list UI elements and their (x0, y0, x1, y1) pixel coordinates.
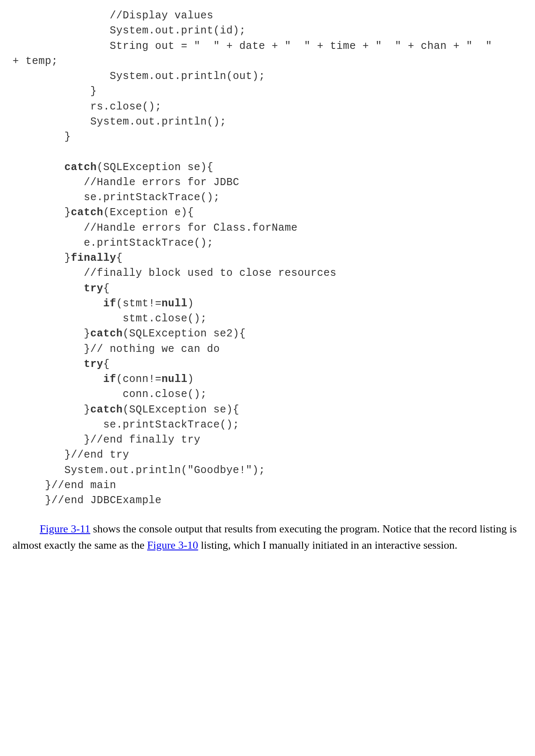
code-line: rs.close(); (13, 101, 162, 113)
code-line: System.out.print(id); (13, 25, 246, 37)
code-line: }//end main (13, 479, 116, 491)
code-line: System.out.println(out); (13, 70, 265, 82)
code-line: se.printStackTrace(); (13, 191, 220, 204)
code-line: }//end JDBCExample (13, 494, 162, 507)
code-line: catch(SQLException se){ (13, 161, 214, 173)
code-line: }//end try (13, 449, 129, 461)
code-listing: //Display values System.out.print(id); S… (13, 8, 522, 508)
keyword-null: null (162, 298, 188, 310)
code-line: }catch(SQLException se2){ (13, 328, 246, 340)
figure-link-3-10[interactable]: Figure 3-10 (147, 539, 198, 551)
figure-link-3-11[interactable]: Figure 3-11 (40, 523, 90, 535)
keyword-if: if (103, 298, 116, 310)
keyword-finally: finally (71, 252, 117, 264)
code-line: //finally block used to close resources (13, 267, 336, 279)
code-line: System.out.println("Goodbye!"); (13, 464, 265, 476)
code-line: if(conn!=null) (13, 373, 194, 385)
keyword-catch: catch (71, 206, 104, 219)
code-line: se.printStackTrace(); (13, 419, 239, 431)
keyword-if: if (103, 373, 116, 385)
code-line: System.out.println(); (13, 116, 227, 128)
keyword-catch: catch (64, 161, 97, 173)
keyword-try: try (84, 358, 104, 370)
code-line: + temp; (13, 55, 58, 67)
code-line: } (13, 131, 71, 143)
code-line: }finally{ (13, 252, 123, 264)
code-line: conn.close(); (13, 388, 207, 400)
code-line: //Handle errors for Class.forName (13, 222, 298, 234)
code-line: if(stmt!=null) (13, 298, 194, 310)
code-line: //Display values (13, 10, 214, 22)
code-line: } (13, 85, 97, 97)
code-line: e.printStackTrace(); (13, 237, 214, 249)
code-line: try{ (13, 358, 110, 370)
keyword-try: try (84, 283, 104, 295)
code-line: }//end finally try (13, 434, 201, 446)
body-paragraph: Figure 3-11 shows the console output tha… (13, 521, 522, 553)
code-line: stmt.close(); (13, 313, 207, 325)
code-line: //Handle errors for JDBC (13, 176, 239, 188)
code-line: }catch(Exception e){ (13, 206, 194, 219)
keyword-catch: catch (90, 404, 123, 416)
paragraph-text: listing, which I manually initiated in a… (198, 539, 457, 551)
code-line: }// nothing we can do (13, 343, 220, 355)
keyword-catch: catch (90, 328, 123, 340)
code-line: try{ (13, 283, 110, 295)
keyword-null: null (162, 373, 188, 385)
code-line: String out = " " + date + " " + time + "… (13, 40, 492, 52)
code-line: }catch(SQLException se){ (13, 404, 239, 416)
